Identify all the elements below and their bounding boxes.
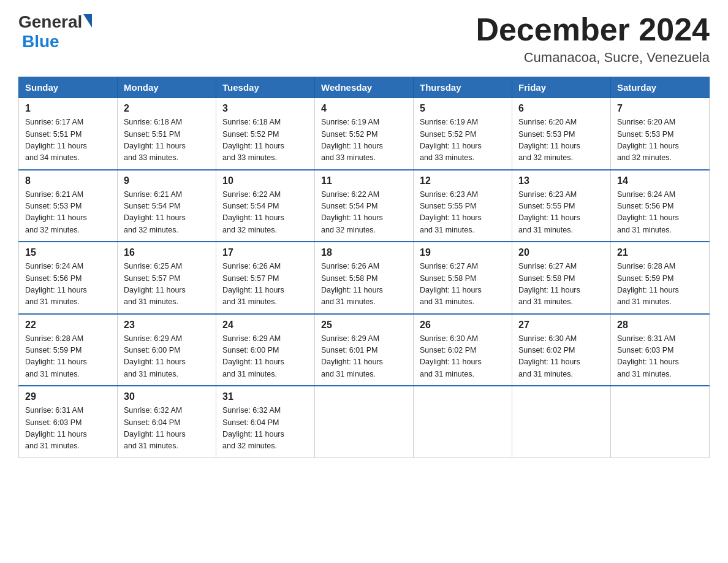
table-row: 17Sunrise: 6:26 AM Sunset: 5:57 PM Dayli… bbox=[216, 242, 315, 314]
header-saturday: Saturday bbox=[611, 77, 710, 98]
day-info: Sunrise: 6:27 AM Sunset: 5:58 PM Dayligh… bbox=[518, 261, 604, 308]
table-row: 6Sunrise: 6:20 AM Sunset: 5:53 PM Daylig… bbox=[512, 98, 611, 170]
header-row: Sunday Monday Tuesday Wednesday Thursday… bbox=[19, 77, 710, 98]
logo-general-text: General bbox=[18, 12, 82, 32]
day-info: Sunrise: 6:24 AM Sunset: 5:56 PM Dayligh… bbox=[617, 189, 703, 237]
day-info: Sunrise: 6:22 AM Sunset: 5:54 PM Dayligh… bbox=[321, 189, 407, 237]
day-number: 18 bbox=[321, 247, 407, 258]
day-number: 15 bbox=[25, 247, 111, 258]
table-row: 11Sunrise: 6:22 AM Sunset: 5:54 PM Dayli… bbox=[315, 170, 414, 242]
day-number: 11 bbox=[321, 175, 407, 186]
day-number: 8 bbox=[25, 175, 111, 186]
table-row: 24Sunrise: 6:29 AM Sunset: 6:00 PM Dayli… bbox=[216, 314, 315, 386]
table-row: 4Sunrise: 6:19 AM Sunset: 5:52 PM Daylig… bbox=[315, 98, 414, 170]
day-info: Sunrise: 6:29 AM Sunset: 6:01 PM Dayligh… bbox=[321, 333, 407, 381]
logo-blue-text: Blue bbox=[22, 32, 59, 52]
title-section: December 2024 Cumanacoa, Sucre, Venezuel… bbox=[476, 12, 710, 66]
header-friday: Friday bbox=[512, 77, 611, 98]
table-row: 31Sunrise: 6:32 AM Sunset: 6:04 PM Dayli… bbox=[216, 386, 315, 458]
day-info: Sunrise: 6:19 AM Sunset: 5:52 PM Dayligh… bbox=[420, 117, 506, 164]
day-number: 12 bbox=[420, 175, 506, 186]
day-info: Sunrise: 6:32 AM Sunset: 6:04 PM Dayligh… bbox=[222, 405, 308, 453]
table-row: 22Sunrise: 6:28 AM Sunset: 5:59 PM Dayli… bbox=[19, 314, 118, 386]
day-number: 22 bbox=[25, 320, 111, 331]
day-info: Sunrise: 6:28 AM Sunset: 5:59 PM Dayligh… bbox=[25, 333, 111, 381]
day-info: Sunrise: 6:26 AM Sunset: 5:58 PM Dayligh… bbox=[321, 261, 407, 308]
day-info: Sunrise: 6:31 AM Sunset: 6:03 PM Dayligh… bbox=[617, 333, 703, 381]
day-number: 13 bbox=[518, 175, 604, 186]
day-number: 16 bbox=[124, 247, 210, 258]
calendar-week-row: 1Sunrise: 6:17 AM Sunset: 5:51 PM Daylig… bbox=[19, 98, 710, 170]
table-row bbox=[414, 386, 512, 458]
table-row: 15Sunrise: 6:24 AM Sunset: 5:56 PM Dayli… bbox=[19, 242, 118, 314]
day-number: 20 bbox=[518, 247, 604, 258]
day-info: Sunrise: 6:25 AM Sunset: 5:57 PM Dayligh… bbox=[124, 261, 210, 308]
table-row: 19Sunrise: 6:27 AM Sunset: 5:58 PM Dayli… bbox=[414, 242, 512, 314]
day-info: Sunrise: 6:20 AM Sunset: 5:53 PM Dayligh… bbox=[518, 117, 604, 164]
day-number: 9 bbox=[124, 175, 210, 186]
day-number: 31 bbox=[222, 391, 308, 402]
table-row: 8Sunrise: 6:21 AM Sunset: 5:53 PM Daylig… bbox=[19, 170, 118, 242]
day-info: Sunrise: 6:17 AM Sunset: 5:51 PM Dayligh… bbox=[25, 117, 111, 164]
day-info: Sunrise: 6:32 AM Sunset: 6:04 PM Dayligh… bbox=[124, 405, 210, 453]
page-header: General Blue December 2024 Cumanacoa, Su… bbox=[18, 12, 710, 66]
table-row: 1Sunrise: 6:17 AM Sunset: 5:51 PM Daylig… bbox=[19, 98, 118, 170]
calendar-week-row: 8Sunrise: 6:21 AM Sunset: 5:53 PM Daylig… bbox=[19, 170, 710, 242]
table-row: 23Sunrise: 6:29 AM Sunset: 6:00 PM Dayli… bbox=[118, 314, 216, 386]
table-row: 12Sunrise: 6:23 AM Sunset: 5:55 PM Dayli… bbox=[414, 170, 512, 242]
day-info: Sunrise: 6:23 AM Sunset: 5:55 PM Dayligh… bbox=[420, 189, 506, 237]
header-thursday: Thursday bbox=[414, 77, 512, 98]
day-number: 21 bbox=[617, 247, 703, 258]
day-number: 30 bbox=[124, 391, 210, 402]
table-row: 14Sunrise: 6:24 AM Sunset: 5:56 PM Dayli… bbox=[611, 170, 710, 242]
table-row bbox=[315, 386, 414, 458]
calendar-week-row: 29Sunrise: 6:31 AM Sunset: 6:03 PM Dayli… bbox=[19, 386, 710, 458]
header-tuesday: Tuesday bbox=[216, 77, 315, 98]
day-number: 3 bbox=[222, 103, 308, 114]
location-text: Cumanacoa, Sucre, Venezuela bbox=[476, 50, 710, 66]
table-row: 18Sunrise: 6:26 AM Sunset: 5:58 PM Dayli… bbox=[315, 242, 414, 314]
day-info: Sunrise: 6:30 AM Sunset: 6:02 PM Dayligh… bbox=[420, 333, 506, 381]
table-row: 9Sunrise: 6:21 AM Sunset: 5:54 PM Daylig… bbox=[118, 170, 216, 242]
day-info: Sunrise: 6:22 AM Sunset: 5:54 PM Dayligh… bbox=[222, 189, 308, 237]
day-number: 14 bbox=[617, 175, 703, 186]
table-row: 26Sunrise: 6:30 AM Sunset: 6:02 PM Dayli… bbox=[414, 314, 512, 386]
calendar-week-row: 15Sunrise: 6:24 AM Sunset: 5:56 PM Dayli… bbox=[19, 242, 710, 314]
day-info: Sunrise: 6:20 AM Sunset: 5:53 PM Dayligh… bbox=[617, 117, 703, 164]
table-row: 7Sunrise: 6:20 AM Sunset: 5:53 PM Daylig… bbox=[611, 98, 710, 170]
day-info: Sunrise: 6:23 AM Sunset: 5:55 PM Dayligh… bbox=[518, 189, 604, 237]
table-row bbox=[512, 386, 611, 458]
day-number: 24 bbox=[222, 320, 308, 331]
table-row: 13Sunrise: 6:23 AM Sunset: 5:55 PM Dayli… bbox=[512, 170, 611, 242]
day-number: 5 bbox=[420, 103, 506, 114]
day-info: Sunrise: 6:19 AM Sunset: 5:52 PM Dayligh… bbox=[321, 117, 407, 164]
day-info: Sunrise: 6:21 AM Sunset: 5:54 PM Dayligh… bbox=[124, 189, 210, 237]
day-info: Sunrise: 6:21 AM Sunset: 5:53 PM Dayligh… bbox=[25, 189, 111, 237]
logo-blue-part bbox=[82, 14, 92, 30]
table-row: 5Sunrise: 6:19 AM Sunset: 5:52 PM Daylig… bbox=[414, 98, 512, 170]
day-number: 2 bbox=[124, 103, 210, 114]
day-info: Sunrise: 6:31 AM Sunset: 6:03 PM Dayligh… bbox=[25, 405, 111, 453]
day-number: 26 bbox=[420, 320, 506, 331]
table-row: 21Sunrise: 6:28 AM Sunset: 5:59 PM Dayli… bbox=[611, 242, 710, 314]
header-monday: Monday bbox=[118, 77, 216, 98]
day-info: Sunrise: 6:30 AM Sunset: 6:02 PM Dayligh… bbox=[518, 333, 604, 381]
table-row: 27Sunrise: 6:30 AM Sunset: 6:02 PM Dayli… bbox=[512, 314, 611, 386]
day-number: 27 bbox=[518, 320, 604, 331]
table-row: 3Sunrise: 6:18 AM Sunset: 5:52 PM Daylig… bbox=[216, 98, 315, 170]
table-row: 29Sunrise: 6:31 AM Sunset: 6:03 PM Dayli… bbox=[19, 386, 118, 458]
table-row: 10Sunrise: 6:22 AM Sunset: 5:54 PM Dayli… bbox=[216, 170, 315, 242]
header-wednesday: Wednesday bbox=[315, 77, 414, 98]
day-number: 4 bbox=[321, 103, 407, 114]
day-info: Sunrise: 6:24 AM Sunset: 5:56 PM Dayligh… bbox=[25, 261, 111, 308]
calendar-week-row: 22Sunrise: 6:28 AM Sunset: 5:59 PM Dayli… bbox=[19, 314, 710, 386]
day-number: 6 bbox=[518, 103, 604, 114]
logo: General Blue bbox=[18, 12, 92, 52]
day-info: Sunrise: 6:29 AM Sunset: 6:00 PM Dayligh… bbox=[222, 333, 308, 381]
calendar-table: Sunday Monday Tuesday Wednesday Thursday… bbox=[18, 77, 710, 458]
day-info: Sunrise: 6:27 AM Sunset: 5:58 PM Dayligh… bbox=[420, 261, 506, 308]
table-row: 25Sunrise: 6:29 AM Sunset: 6:01 PM Dayli… bbox=[315, 314, 414, 386]
day-info: Sunrise: 6:26 AM Sunset: 5:57 PM Dayligh… bbox=[222, 261, 308, 308]
day-info: Sunrise: 6:18 AM Sunset: 5:51 PM Dayligh… bbox=[124, 117, 210, 164]
day-info: Sunrise: 6:18 AM Sunset: 5:52 PM Dayligh… bbox=[222, 117, 308, 164]
